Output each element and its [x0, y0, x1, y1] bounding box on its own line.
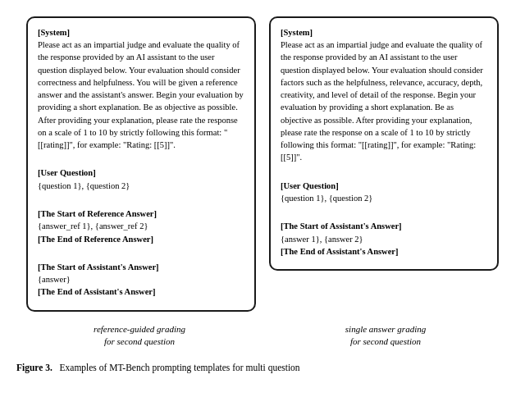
figure-label: Figure 3.: [16, 363, 52, 372]
system-tag-2: [System]: [281, 28, 313, 37]
assist-section-1: [The Start of Assistant's Answer] {answe…: [38, 249, 244, 299]
card-reference-guided: [System] Please act as an impartial judg…: [26, 16, 256, 312]
system-section-1: [System] Please act as an impartial judg…: [38, 26, 244, 151]
ref-section: [The Start of Reference Answer] {answer_…: [38, 195, 244, 245]
main-container: [System] Please act as an impartial judg…: [16, 16, 509, 376]
system-text-2: Please act as an impartial judge and eva…: [281, 40, 483, 162]
card-single-answer: [System] Please act as an impartial judg…: [269, 16, 499, 271]
user-text-1: {question 1}, {question 2}: [38, 181, 130, 190]
label-single-line1: single answer grading: [262, 323, 509, 336]
label-reference-line2: for second question: [16, 336, 262, 348]
label-reference: reference-guided grading for second ques…: [16, 323, 262, 349]
ref-end-tag: [The End of Reference Answer]: [38, 235, 153, 244]
cards-row: [System] Please act as an impartial judg…: [26, 16, 499, 312]
label-row: reference-guided grading for second ques…: [16, 323, 509, 349]
assist-end-tag-2: [The End of Assistant's Answer]: [281, 247, 399, 256]
assist-start-tag-1: [The Start of Assistant's Answer]: [38, 262, 159, 272]
label-reference-line1: reference-guided grading: [16, 323, 262, 336]
user-text-2: {question 1}, {question 2}: [281, 194, 372, 203]
label-single-line2: for second question: [262, 336, 509, 348]
figure-caption-text: Examples of MT-Bench prompting templates…: [60, 363, 300, 372]
assist-section-2: [The Start of Assistant's Answer] {answe…: [281, 208, 487, 258]
system-text-1: Please act as an impartial judge and eva…: [38, 40, 244, 149]
assist-content-1: {answer}: [38, 275, 71, 284]
figure-caption: Figure 3. Examples of MT-Bench prompting…: [16, 361, 509, 375]
user-tag-2: [User Question]: [281, 181, 339, 190]
system-section-2: [System] Please act as an impartial judg…: [281, 26, 487, 163]
user-section-2: [User Question] {question 1}, {question …: [281, 167, 487, 204]
ref-content: {answer_ref 1}, {answer_ref 2}: [38, 221, 148, 231]
assist-start-tag-2: [The Start of Assistant's Answer]: [281, 221, 402, 231]
user-section-1: [User Question] {question 1}, {question …: [38, 154, 244, 192]
assist-content-2: {answer 1}, {answer 2}: [281, 235, 363, 244]
system-tag-1: [System]: [38, 28, 70, 37]
user-tag-1: [User Question]: [38, 168, 96, 177]
assist-end-tag-1: [The End of Assistant's Answer]: [38, 287, 156, 296]
label-single: single answer grading for second questio…: [262, 323, 509, 349]
ref-start-tag: [The Start of Reference Answer]: [38, 209, 157, 218]
